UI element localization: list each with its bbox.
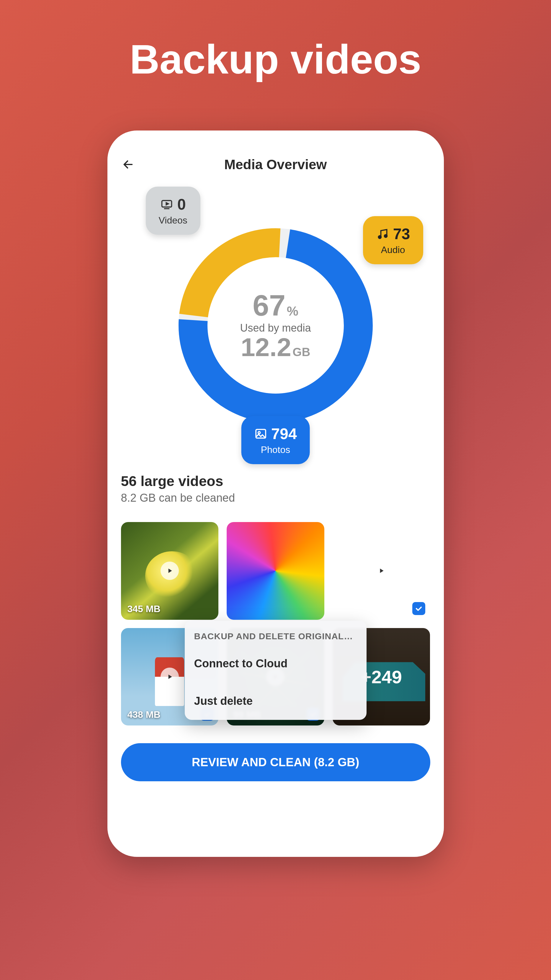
page-title: Media Overview [119, 156, 432, 172]
popup-title: BACKUP AND DELETE ORIGINAL… [185, 620, 367, 645]
thumb-size-label: 438 MB [127, 709, 160, 720]
svg-point-8 [378, 235, 381, 238]
donut-ring: 67 % Used by media 12.2 GB [172, 222, 379, 429]
thumb-size-label: 345 MB [127, 603, 160, 614]
backup-delete-popup: BACKUP AND DELETE ORIGINAL… Connect to C… [185, 620, 367, 720]
play-icon [160, 562, 179, 580]
image-icon [254, 427, 267, 440]
badge-videos-count: 0 [177, 196, 186, 213]
badge-photos-count: 794 [271, 425, 297, 442]
music-icon [376, 228, 389, 240]
donut-center-stats: 67 % Used by media 12.2 GB [240, 291, 311, 360]
marketing-headline: Backup videos [130, 35, 421, 83]
badge-videos-label: Videos [159, 215, 187, 226]
svg-marker-6 [166, 203, 168, 205]
badge-audio[interactable]: 73 Audio [363, 216, 423, 264]
badge-audio-count: 73 [393, 225, 410, 243]
svg-marker-12 [168, 569, 172, 573]
popup-option-connect-cloud[interactable]: Connect to Cloud [185, 645, 367, 682]
media-donut-chart: 67 % Used by media 12.2 GB 0 Videos 73 [119, 192, 432, 458]
svg-point-9 [384, 235, 387, 237]
badge-photos[interactable]: 794 Photos [241, 416, 310, 464]
svg-marker-13 [380, 569, 384, 573]
donut-size-unit: GB [292, 345, 310, 358]
badge-audio-label: Audio [381, 245, 405, 255]
donut-size-value: 12.2 [241, 332, 291, 362]
badge-videos[interactable]: 0 Videos [146, 187, 200, 235]
large-videos-subtitle: 8.2 GB can be cleaned [121, 492, 430, 504]
video-thumb[interactable]: 345 MB [121, 522, 219, 620]
video-thumb[interactable] [333, 522, 430, 620]
play-icon [160, 668, 179, 686]
badge-photos-label: Photos [261, 444, 291, 455]
video-icon [160, 198, 173, 211]
phone-frame: Media Overview 67 % Used by media 12.2 [108, 130, 444, 857]
popup-option-just-delete[interactable]: Just delete [185, 682, 367, 720]
donut-percent-symbol: % [287, 304, 299, 318]
svg-point-11 [258, 432, 260, 434]
svg-marker-14 [168, 675, 172, 679]
thumb-image [227, 522, 324, 620]
large-videos-title: 56 large videos [121, 473, 430, 489]
donut-percent: 67 [252, 289, 285, 322]
thumb-checkbox[interactable] [412, 602, 425, 615]
video-thumb[interactable] [227, 522, 324, 620]
play-icon [372, 562, 391, 580]
app-header: Media Overview [119, 154, 432, 175]
review-clean-button[interactable]: REVIEW AND CLEAN (8.2 GB) [121, 743, 430, 781]
